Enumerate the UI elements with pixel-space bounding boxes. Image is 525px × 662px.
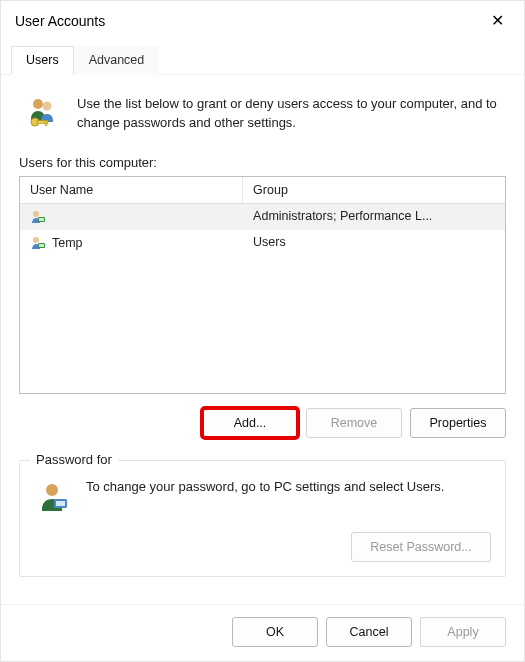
password-groupbox: Password for To change your password, go… bbox=[19, 460, 506, 577]
add-button[interactable]: Add... bbox=[202, 408, 298, 438]
titlebar: User Accounts ✕ bbox=[1, 1, 524, 39]
table-row[interactable]: Temp Users bbox=[20, 230, 505, 256]
svg-rect-4 bbox=[45, 121, 47, 126]
svg-point-1 bbox=[43, 102, 52, 111]
svg-point-0 bbox=[33, 99, 43, 109]
users-listview[interactable]: User Name Group bbox=[19, 176, 506, 394]
users-keys-icon bbox=[25, 95, 61, 137]
list-label: Users for this computer: bbox=[19, 155, 506, 170]
user-name-cell: Temp bbox=[52, 236, 83, 250]
dialog-footer: OK Cancel Apply bbox=[1, 604, 524, 661]
tab-users[interactable]: Users bbox=[11, 46, 74, 75]
user-group-cell: Administrators; Performance L... bbox=[243, 206, 505, 228]
ok-button[interactable]: OK bbox=[232, 617, 318, 647]
password-legend: Password for bbox=[30, 452, 118, 467]
window-title: User Accounts bbox=[15, 13, 105, 29]
user-icon bbox=[30, 235, 46, 251]
user-icon bbox=[30, 209, 46, 225]
intro-text: Use the list below to grant or deny user… bbox=[77, 95, 500, 137]
user-avatar-icon bbox=[34, 479, 70, 518]
svg-point-8 bbox=[33, 237, 39, 243]
listview-rows: Administrators; Performance L... Te bbox=[20, 204, 505, 393]
svg-rect-7 bbox=[39, 218, 44, 221]
password-text: To change your password, go to PC settin… bbox=[86, 479, 444, 494]
tab-content: Use the list below to grant or deny user… bbox=[1, 75, 524, 604]
user-buttons: Add... Remove Properties bbox=[19, 408, 506, 438]
user-accounts-dialog: User Accounts ✕ Users Advanced Use the l… bbox=[0, 0, 525, 662]
tab-strip: Users Advanced bbox=[1, 39, 524, 75]
listview-header: User Name Group bbox=[20, 177, 505, 204]
reset-password-button: Reset Password... bbox=[351, 532, 491, 562]
svg-rect-10 bbox=[39, 244, 44, 247]
svg-point-11 bbox=[46, 484, 58, 496]
apply-button: Apply bbox=[420, 617, 506, 647]
tab-advanced[interactable]: Advanced bbox=[74, 46, 160, 75]
user-group-cell: Users bbox=[243, 232, 505, 254]
cancel-button[interactable]: Cancel bbox=[326, 617, 412, 647]
close-icon[interactable]: ✕ bbox=[483, 9, 512, 33]
properties-button[interactable]: Properties bbox=[410, 408, 506, 438]
table-row[interactable]: Administrators; Performance L... bbox=[20, 204, 505, 230]
intro-block: Use the list below to grant or deny user… bbox=[25, 95, 500, 137]
column-group[interactable]: Group bbox=[243, 177, 505, 203]
remove-button: Remove bbox=[306, 408, 402, 438]
svg-point-5 bbox=[33, 211, 39, 217]
column-user-name[interactable]: User Name bbox=[20, 177, 243, 203]
svg-rect-13 bbox=[56, 501, 65, 506]
